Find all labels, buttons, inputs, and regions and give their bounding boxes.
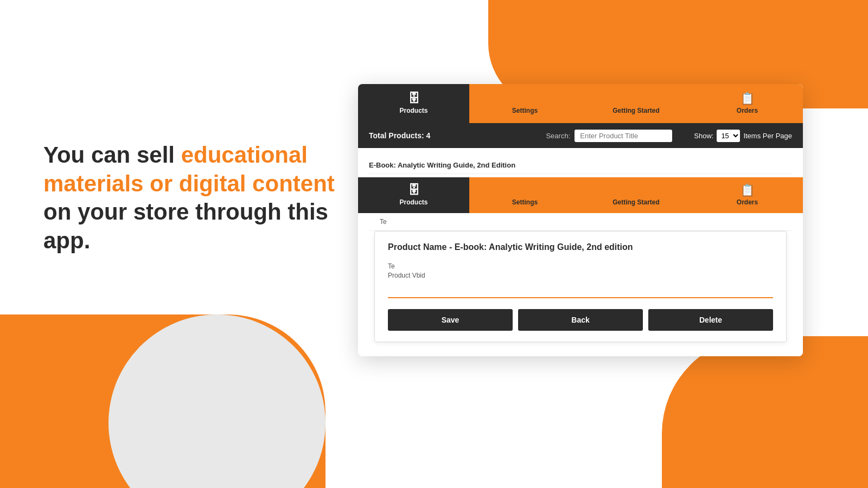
nav-label-orders2: Orders bbox=[737, 198, 758, 206]
content-area: E-Book: Analytic Writing Guide, 2nd Edit… bbox=[358, 148, 803, 356]
orders2-icon: 📋 bbox=[740, 184, 755, 196]
nav-label-settings: Settings bbox=[512, 107, 538, 114]
show-group: Show: 15 25 50 Items Per Page bbox=[694, 130, 792, 142]
app-window: 🗄 Products ⚙ Settings ✦ Getting Started … bbox=[358, 84, 803, 356]
left-content: You can sell educational materials or di… bbox=[43, 141, 347, 255]
nav-item-products2[interactable]: 🗄 Products bbox=[358, 177, 469, 213]
items-per-page-select[interactable]: 15 25 50 bbox=[717, 130, 740, 142]
bg-decoration-bottom-right bbox=[662, 336, 868, 488]
settings2-icon: ⚙ bbox=[520, 184, 531, 196]
search-input[interactable] bbox=[575, 130, 672, 142]
nav-label-products2: Products bbox=[399, 198, 427, 206]
orders-icon: 📋 bbox=[740, 93, 755, 105]
product-item-1[interactable]: E-Book: Analytic Writing Guide, 2nd Edit… bbox=[369, 157, 792, 174]
text-prefix: You can sell bbox=[43, 142, 181, 168]
truncated-item-1: Te bbox=[380, 216, 781, 227]
vbid-label: Product Vbid bbox=[388, 272, 773, 279]
text-suffix: on your store through this app. bbox=[43, 199, 328, 253]
top-nav: 🗄 Products ⚙ Settings ✦ Getting Started … bbox=[358, 84, 803, 123]
settings-icon: ⚙ bbox=[520, 93, 531, 105]
products-bar: Total Products: 4 Search: Show: 15 25 50… bbox=[358, 123, 803, 148]
truncated-items: Te bbox=[369, 213, 792, 231]
nav-item-orders2[interactable]: 📋 Orders bbox=[692, 177, 803, 213]
nav-item-orders[interactable]: 📋 Orders bbox=[692, 84, 803, 123]
action-buttons: Save Back Delete bbox=[388, 309, 773, 331]
nav-label-getting-started: Getting Started bbox=[612, 107, 660, 114]
show-label: Show: bbox=[694, 132, 713, 140]
search-label: Search: bbox=[546, 132, 570, 140]
products-icon: 🗄 bbox=[408, 93, 420, 105]
nav-item-getting-started[interactable]: ✦ Getting Started bbox=[580, 84, 692, 123]
products2-icon: 🗄 bbox=[408, 184, 420, 196]
nav-item-settings2[interactable]: ⚙ Settings bbox=[469, 177, 580, 213]
truncated-item-2: Te bbox=[388, 261, 773, 272]
nav-label-products: Products bbox=[399, 107, 427, 114]
items-per-page-label: Items Per Page bbox=[743, 132, 792, 140]
delete-button[interactable]: Delete bbox=[648, 309, 773, 331]
nav-label-orders: Orders bbox=[737, 107, 758, 114]
total-products: Total Products: 4 bbox=[369, 131, 430, 140]
getting-started-icon: ✦ bbox=[631, 93, 641, 105]
vbid-input[interactable] bbox=[388, 282, 773, 298]
nav-label-settings2: Settings bbox=[512, 198, 538, 206]
back-button[interactable]: Back bbox=[518, 309, 643, 331]
nav-item-products[interactable]: 🗄 Products bbox=[358, 84, 469, 123]
product-title: Product Name - E-book: Analytic Writing … bbox=[388, 242, 773, 252]
save-button[interactable]: Save bbox=[388, 309, 513, 331]
getting-started2-icon: ✦ bbox=[631, 184, 641, 196]
nav-item-getting-started2[interactable]: ✦ Getting Started bbox=[580, 177, 692, 213]
search-group: Search: bbox=[546, 130, 672, 142]
detail-panel: Product Name - E-book: Analytic Writing … bbox=[374, 231, 787, 342]
nav-label-getting-started2: Getting Started bbox=[612, 198, 660, 206]
nav-item-settings[interactable]: ⚙ Settings bbox=[469, 84, 580, 123]
main-text: You can sell educational materials or di… bbox=[43, 141, 347, 255]
second-nav: 🗄 Products ⚙ Settings ✦ Getting Started … bbox=[358, 177, 803, 213]
